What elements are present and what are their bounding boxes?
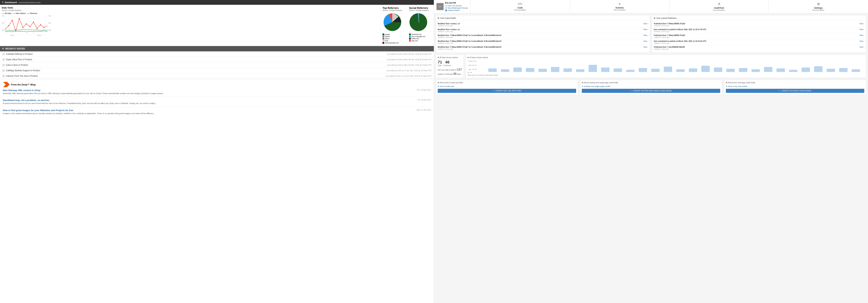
nav-schema-sub: Documentation [614,9,625,11]
legend-yelp-box [409,40,411,42]
edit-info-3: Modified Item '7-84bac38089-1f7wj0' for … [438,34,502,38]
view-link-1[interactable]: View › [643,23,648,25]
nav-audittrail-sub: Documentation [713,9,725,11]
legend-google-box [382,33,384,35]
social-referrers-pie [409,12,429,32]
create-testing-new-single-page-button[interactable]: + + CREATE TESTING NEW SINGLE PAGE MODEL [582,89,720,93]
bottom-card-link-2[interactable]: ➤ testing new single page model [582,85,720,87]
pub-view-link-3[interactable]: View › [859,34,864,36]
pub-view-link-5[interactable]: View › [859,46,864,48]
blog-from-label: From the Zesty™ Blog [11,83,36,86]
legend-yahoo-label: yahoo [385,38,390,39]
nav-code[interactable]: </> Code Documentation [470,0,570,13]
latest-publishes-header: Your Latest Publishes [654,17,864,20]
item-title-1: ⬜ Colloidal Defense in Product [2,53,33,55]
svg-rect-28 [538,69,547,72]
svg-rect-43 [726,69,735,72]
view-link-5[interactable]: View › [643,46,648,48]
team-actions-header: 30 days of team actions [467,57,864,58]
recently-edited-header: ✎ Recently Edited [0,46,434,51]
pub-info-4: Item scheduled to publish at March 16th,… [654,40,706,44]
svg-point-12 [33,22,34,23]
bottom-card-1: Recent test url path part Edits ➤ test u… [436,80,578,95]
blog-section: From the Zesty™ Blog Thu, 22 May 2014 Ne… [0,79,434,121]
list-item[interactable]: ⬜ Super Silica Plus in Product Last edit… [0,57,434,62]
list-item[interactable]: ⬜ Colloidal Defense in Product Last edit… [0,51,434,57]
svg-rect-29 [551,67,559,72]
legend-all-visits-label: All Visits [5,12,11,15]
edit-icon: ✎ [2,1,4,4]
bottom-dot-2 [582,82,583,83]
legend-revenue: Revenue [27,12,37,15]
svg-rect-46 [764,67,772,72]
code-icon: </> [518,2,522,6]
avatar-initials: IMG [438,6,442,8]
link-arrow-1: ➤ [438,85,439,87]
stats-days-label: 30 days of your actions [438,57,462,58]
nav-audittrail[interactable]: ↺ AuditTrail Documentation [670,0,769,13]
list-item[interactable]: ⬜ Camu-Camu in Product Last edited by N/… [0,62,434,68]
legend-facebook-box [409,33,411,35]
legend-google: google [382,33,405,35]
instance-admin-link[interactable]: 👤 Instance Admin [445,9,468,11]
daily-visits-legend: All Visits New Visitors Revenue [2,12,379,15]
list-item[interactable]: ⬜ Calcium From The Sea in Product Last e… [0,73,434,79]
social-referrers-title: Social Referrers [409,6,432,9]
blog-entry-3: Wed, 22 Jan 2014 How to find great Image… [3,109,431,117]
pub-row-4: Item scheduled to publish at March 16th,… [654,39,864,45]
y-axis-right: 750500250 [48,15,51,36]
list-item[interactable]: ⬜ Cal/Mag Skeletal Support in Product La… [0,68,434,73]
svg-rect-25 [501,69,509,72]
analytics-row: Daily Visits Source: Google Analytics Al… [0,5,434,46]
pub-view-link-1[interactable]: View › [859,23,864,25]
bottom-card-header-2: Recent testing new single page model Edi… [582,82,720,84]
right-panel: IMG Kim test PD 🔗 View Live Domain 🔗 Vie… [434,0,868,303]
legend-direct-label: (direct) [385,36,390,37]
legend-plus-google: plus.url.google.com [409,36,432,37]
pub-view-link-2[interactable]: View › [859,29,864,30]
svg-point-9 [22,27,23,28]
svg-point-6 [12,20,13,21]
pub-info-5: Published Item '7-a2c3f98289-29bdf6' Upd… [654,46,685,50]
svg-rect-35 [626,70,634,72]
svg-text:Feb 1: Feb 1 [10,34,14,36]
view-live-domain-link[interactable]: 🔗 View Live Domain [445,5,468,7]
bottom-card-link-3[interactable]: ➤ here is my new model [726,85,864,87]
nav-schema[interactable]: ≡ Schema Documentation [570,0,670,13]
social-referrers-source: Source: Google Analytics [409,9,432,11]
legend-all-visits-icon [2,13,4,13]
link-icon-3: 👤 [445,9,447,11]
link-arrow-3: ➤ [726,85,727,87]
view-link-2[interactable]: View › [643,29,648,30]
link-icon-1: 🔗 [445,5,447,7]
header-subtitle: – burnanklinsurprises.com [18,1,40,4]
svg-point-8 [19,18,20,19]
svg-point-14 [40,24,41,25]
nav-audittrail-label: AuditTrail [714,7,724,9]
audittrail-icon: ↺ [718,2,720,6]
recently-edited-list: ⬜ Colloidal Defense in Product Last edit… [0,51,434,79]
svg-rect-48 [789,70,797,72]
edits-dot [438,17,439,19]
bottom-card-link-1[interactable]: ➤ test url path part [438,85,576,87]
nav-settings[interactable]: ⚙ Settings Documentation [769,0,868,13]
svg-text:20: 20 [467,64,477,66]
pub-info-2: Item scheduled to publish at March 16th,… [654,29,706,32]
view-webengine-link[interactable]: 🔗 View WebEngine Preview [445,7,468,9]
svg-rect-34 [614,68,622,72]
stats-card: 30 days of your actions 71 Edits 46 Publ… [436,55,464,78]
bottom-card-2: Recent testing new single page model Edi… [580,80,722,95]
view-link-4[interactable]: View › [643,40,648,42]
create-test-url-button[interactable]: + + CREATE TEST URL PATH PART [438,89,576,93]
view-link-3[interactable]: View › [643,34,648,36]
svg-point-15 [43,27,44,28]
daily-visits-section: Daily Visits Source: Google Analytics Al… [0,5,381,46]
pub-row-5: Published Item '7-a2c3f98289-29bdf6' Upd… [654,45,864,51]
pub-view-link-4[interactable]: View › [859,40,864,42]
legend-ssts: sstsocialmedia.com [382,42,405,44]
legend-bing-box [382,40,384,42]
item-title-4: ⬜ Cal/Mag Skeletal Support in Product [2,69,40,72]
create-test-multi-page-button[interactable]: + + CREATE TEST MULTI PAGE MODEL [726,89,864,93]
svg-rect-30 [564,68,572,72]
svg-rect-26 [514,67,522,72]
